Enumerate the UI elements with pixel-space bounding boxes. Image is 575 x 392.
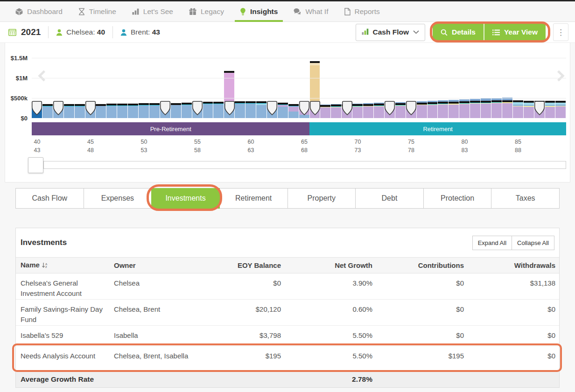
chart-bar-age-60[interactable] — [245, 101, 256, 119]
nav-item-reports[interactable]: Reports — [337, 1, 388, 21]
chart-bar-age-71[interactable] — [363, 103, 374, 118]
year-view-button[interactable]: Year View — [484, 23, 546, 41]
table-row[interactable]: Isabella's 529Isabella$3,7985.50%$0$0 — [16, 326, 559, 346]
bar-segment-lav — [352, 107, 363, 118]
chart-bar-age-54[interactable] — [182, 103, 192, 118]
tab-investments[interactable]: Investments — [151, 188, 220, 209]
nav-item-what-if[interactable]: What If — [286, 1, 336, 21]
chart-bar-age-80[interactable] — [459, 99, 470, 118]
protection-shield-marker — [160, 101, 171, 118]
tab-cash-flow[interactable]: Cash Flow — [15, 188, 84, 209]
cell-name: Needs Analysis Account — [16, 346, 109, 371]
chart-bar-age-70[interactable] — [352, 104, 363, 118]
bar-segment-sb — [203, 104, 213, 118]
chart-bar-age-89[interactable] — [555, 101, 566, 118]
tab-taxes[interactable]: Taxes — [491, 188, 560, 209]
persons-group: Chelsea: 40Brent: 43 — [56, 26, 160, 38]
cell-contributions: $0 — [376, 300, 468, 326]
chart-bar-age-57[interactable] — [213, 102, 224, 118]
sort-az-icon[interactable]: AZ — [42, 262, 48, 270]
chart-bar-age-56[interactable] — [203, 102, 214, 118]
chart-bar-age-61[interactable] — [256, 101, 267, 118]
chart-bar-age-81[interactable] — [470, 99, 481, 118]
gridline — [32, 58, 566, 58]
lightbulb-icon — [240, 8, 246, 15]
svg-text:A: A — [45, 263, 48, 266]
table-row[interactable]: Family Savings-Rainy Day FundChelsea, Br… — [16, 300, 559, 326]
chart-bar-age-41[interactable] — [42, 104, 53, 118]
bar-segment-lav — [363, 106, 373, 118]
more-menu-button[interactable]: ⋮ — [553, 23, 568, 41]
tab-debt[interactable]: Debt — [355, 188, 424, 209]
table-row-highlighted[interactable]: Needs Analysis AccountChelsea, Brent, Is… — [16, 346, 559, 371]
collapse-all-button[interactable]: Collapse All — [512, 236, 554, 250]
chart-bar-age-44[interactable] — [75, 104, 85, 118]
bar-segment-lav — [555, 106, 566, 118]
chart-type-select[interactable]: Cash Flow — [356, 24, 426, 41]
chart-bar-age-46[interactable] — [96, 104, 106, 118]
person-label: Brent: 43 — [131, 28, 160, 36]
dashboard-icon — [15, 8, 23, 15]
table-row[interactable]: Chelsea's General Investment AccountChel… — [16, 273, 559, 300]
chart-bar-age-48[interactable] — [117, 104, 128, 118]
chart-plot-area — [32, 43, 566, 118]
chart-bar-age-63[interactable] — [278, 103, 288, 118]
column-header-contributions: Contributions — [376, 258, 468, 273]
chart-bar-age-85[interactable] — [513, 100, 524, 118]
bar-segment-sb — [75, 106, 85, 118]
chart-bar-age-43[interactable] — [64, 104, 75, 118]
person-age-chelsea: Chelsea: 40 — [56, 28, 105, 36]
chart-bar-age-86[interactable] — [524, 101, 534, 118]
bar-segment-lav — [459, 104, 470, 118]
chart-bar-age-83[interactable] — [491, 98, 502, 118]
divider — [48, 26, 49, 38]
bar-segment-pk — [224, 73, 234, 104]
chart-bar-age-72[interactable] — [374, 103, 385, 118]
nav-item-timeline[interactable]: Timeline — [70, 1, 124, 21]
tab-expenses[interactable]: Expenses — [84, 188, 152, 209]
tab-property[interactable]: Property — [288, 188, 356, 209]
chart-bar-age-78[interactable] — [438, 100, 449, 118]
chart-bar-age-59[interactable] — [235, 101, 245, 118]
user-icon — [56, 29, 63, 36]
protection-shield-marker — [84, 101, 96, 118]
chart-bar-age-64[interactable] — [288, 104, 299, 118]
document-icon — [344, 8, 351, 15]
chart-bar-age-50[interactable] — [139, 103, 149, 118]
nav-item-dashboard[interactable]: Dashboard — [7, 1, 70, 21]
nav-item-legacy[interactable]: Legacy — [181, 1, 232, 21]
chart-bar-age-82[interactable] — [481, 98, 491, 118]
chart-bar-age-79[interactable] — [449, 100, 459, 118]
nav-item-insights[interactable]: Insights — [232, 1, 286, 21]
panel-actions: Expand All Collapse All — [472, 236, 554, 250]
nav-item-label: Insights — [250, 7, 278, 16]
timeline-slider-handle[interactable] — [28, 157, 43, 173]
chart-bar-age-77[interactable] — [428, 101, 438, 118]
chart-bar-age-74[interactable] — [395, 102, 406, 118]
divider — [112, 26, 113, 38]
expand-all-button[interactable]: Expand All — [472, 236, 512, 250]
chart-bar-age-67[interactable] — [320, 105, 331, 118]
timeline-slider-track[interactable] — [43, 161, 566, 169]
chart-bar-age-47[interactable] — [106, 104, 117, 118]
average-growth-row: Average Growth Rate 2.78% — [16, 371, 559, 388]
nav-item-lets-see[interactable]: Let's See — [124, 1, 181, 21]
bar-segment-lav — [524, 107, 534, 119]
cell-name: Isabella's 529 — [16, 326, 109, 346]
chart-bar-age-84[interactable] — [502, 98, 513, 118]
chart-bar-age-68[interactable] — [331, 104, 342, 118]
chart-bar-age-53[interactable] — [171, 103, 182, 118]
chart-bar-age-88[interactable] — [545, 101, 556, 118]
tab-protection[interactable]: Protection — [423, 188, 492, 209]
cell-eoy-balance: $3,798 — [193, 326, 285, 346]
bar-segment-lav — [545, 107, 555, 119]
cell-eoy-balance: $195 — [193, 346, 285, 371]
chart-bar-age-49[interactable] — [128, 104, 139, 118]
tab-retirement[interactable]: Retirement — [219, 188, 288, 209]
chart-bar-age-76[interactable] — [417, 101, 428, 118]
chart-bar-age-51[interactable] — [149, 103, 160, 118]
age-axis-label: 70 — [350, 139, 365, 145]
details-button[interactable]: Details — [433, 23, 484, 41]
column-header-name[interactable]: NameAZ — [16, 258, 109, 273]
bar-segment-lav — [331, 107, 341, 118]
